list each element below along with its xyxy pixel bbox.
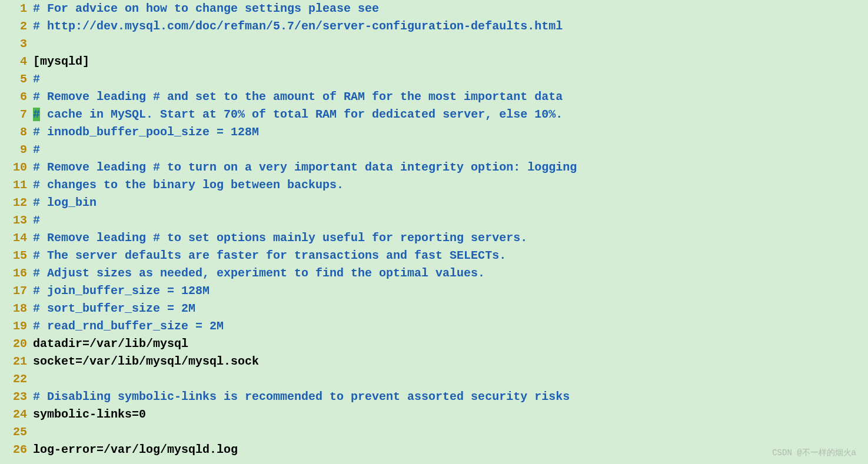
line-number: 12 (0, 194, 33, 212)
line-number: 4 (0, 53, 33, 71)
code-line: 9# (0, 141, 868, 159)
code-line: 24symbolic-links=0 (0, 406, 868, 423)
line-number: 5 (0, 71, 33, 88)
line-number: 24 (0, 406, 33, 423)
code-line: 13# (0, 212, 868, 229)
line-number: 6 (0, 88, 33, 106)
code-line: 20datadir=/var/lib/mysql (0, 335, 868, 353)
line-content: # Adjust sizes as needed, experiment to … (33, 265, 868, 282)
code-line: 14# Remove leading # to set options main… (0, 229, 868, 247)
line-content: datadir=/var/lib/mysql (33, 335, 868, 353)
line-content: # changes to the binary log between back… (33, 176, 868, 194)
line-content: # For advice on how to change settings p… (33, 0, 868, 18)
line-content: socket=/var/lib/mysql/mysql.sock (33, 353, 868, 370)
code-editor[interactable]: 1# For advice on how to change settings … (0, 0, 868, 459)
line-number: 7 (0, 106, 33, 123)
line-content: [mysqld] (33, 53, 868, 71)
line-content: # Disabling symbolic-links is recommende… (33, 388, 868, 406)
line-content: # Remove leading # to set options mainly… (33, 229, 868, 247)
line-number: 22 (0, 370, 33, 388)
line-number: 15 (0, 247, 33, 265)
line-number: 26 (0, 441, 33, 459)
line-number: 17 (0, 282, 33, 300)
watermark: CSDN @不一样的烟火a (772, 448, 856, 458)
line-content: log-error=/var/log/mysqld.log (33, 441, 868, 459)
line-content: # (33, 141, 868, 159)
code-line: 23# Disabling symbolic-links is recommen… (0, 388, 868, 406)
line-content: # Remove leading # to turn on a very imp… (33, 159, 868, 176)
line-number: 14 (0, 229, 33, 247)
line-number: 18 (0, 300, 33, 318)
line-content: # log_bin (33, 194, 868, 212)
line-content: # read_rnd_buffer_size = 2M (33, 318, 868, 335)
code-line: 21socket=/var/lib/mysql/mysql.sock (0, 353, 868, 370)
line-number: 8 (0, 123, 33, 141)
code-line: 7# cache in MySQL. Start at 70% of total… (0, 106, 868, 123)
code-line: 5# (0, 71, 868, 88)
line-content: # (33, 71, 868, 88)
line-content (33, 423, 868, 441)
line-number: 9 (0, 141, 33, 159)
line-number: 25 (0, 423, 33, 441)
code-line: 4[mysqld] (0, 53, 868, 71)
code-line: 26log-error=/var/log/mysqld.log (0, 441, 868, 459)
code-line: 8# innodb_buffer_pool_size = 128M (0, 123, 868, 141)
line-number: 21 (0, 353, 33, 370)
code-line: 1# For advice on how to change settings … (0, 0, 868, 18)
code-line: 22 (0, 370, 868, 388)
code-line: 15# The server defaults are faster for t… (0, 247, 868, 265)
code-line: 10# Remove leading # to turn on a very i… (0, 159, 868, 176)
code-line: 25 (0, 423, 868, 441)
code-line: 17# join_buffer_size = 128M (0, 282, 868, 300)
code-line: 19# read_rnd_buffer_size = 2M (0, 318, 868, 335)
line-content (33, 370, 868, 388)
line-content: # cache in MySQL. Start at 70% of total … (33, 106, 868, 123)
code-line: 12# log_bin (0, 194, 868, 212)
line-content: # join_buffer_size = 128M (33, 282, 868, 300)
code-line: 3 (0, 35, 868, 53)
line-number: 23 (0, 388, 33, 406)
line-content: # sort_buffer_size = 2M (33, 300, 868, 318)
line-number: 10 (0, 159, 33, 176)
code-line: 18# sort_buffer_size = 2M (0, 300, 868, 318)
line-number: 2 (0, 18, 33, 35)
line-content: symbolic-links=0 (33, 406, 868, 423)
line-content: # http://dev.mysql.com/doc/refman/5.7/en… (33, 18, 868, 35)
line-number: 13 (0, 212, 33, 229)
code-line: 2# http://dev.mysql.com/doc/refman/5.7/e… (0, 18, 868, 35)
line-content: # innodb_buffer_pool_size = 128M (33, 123, 868, 141)
line-number: 20 (0, 335, 33, 353)
line-content: # Remove leading # and set to the amount… (33, 88, 868, 106)
line-content: # (33, 212, 868, 229)
code-line: 6# Remove leading # and set to the amoun… (0, 88, 868, 106)
line-content: # The server defaults are faster for tra… (33, 247, 868, 265)
line-number: 3 (0, 35, 33, 53)
line-number: 1 (0, 0, 33, 18)
line-number: 11 (0, 176, 33, 194)
cursor-position: # (33, 108, 40, 121)
code-line: 11# changes to the binary log between ba… (0, 176, 868, 194)
code-line: 16# Adjust sizes as needed, experiment t… (0, 265, 868, 282)
line-number: 16 (0, 265, 33, 282)
line-number: 19 (0, 318, 33, 335)
line-content (33, 35, 868, 53)
